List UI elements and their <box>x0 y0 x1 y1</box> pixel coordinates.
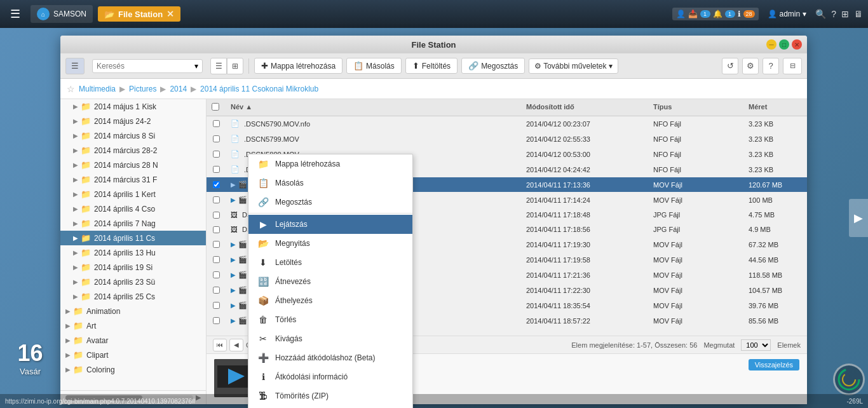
nav-prev-button[interactable]: ◀ <box>229 339 243 351</box>
header-modified[interactable]: Módosított idő <box>521 102 648 113</box>
row-checkbox-0[interactable] <box>207 119 226 128</box>
file-icon-1: 📄 <box>231 135 240 143</box>
header-size[interactable]: Méret <box>743 102 807 113</box>
context-menu-item-6[interactable]: 🔡Átnevezés <box>248 272 412 291</box>
hamburger-menu-button[interactable]: ☰ <box>5 4 25 24</box>
minimize-button[interactable]: ─ <box>766 39 776 50</box>
settings-button[interactable]: ⚙ <box>742 58 759 74</box>
more-actions-button[interactable]: ⚙ További műveletek ▾ <box>529 58 618 74</box>
sidebar-item-9[interactable]: ▶📁2014 április 11 Cs <box>60 231 206 245</box>
grid-view-button[interactable]: ⊞ <box>227 58 243 74</box>
context-menu-item-9[interactable]: ✂Kivágás <box>248 329 412 348</box>
context-menu-item-0[interactable]: 📁Mappa létrehozása <box>248 154 412 173</box>
sidebar-item-13[interactable]: ▶📁2014 április 25 Cs <box>60 289 206 304</box>
upload-icon: ⬆ <box>412 61 419 71</box>
sidebar-item-16[interactable]: ▶📁Avatar <box>60 333 206 348</box>
sidebar-item-1[interactable]: ▶📁2014 május 24-2 <box>60 114 206 128</box>
context-menu-item-2[interactable]: 🔗Megosztás <box>248 193 412 212</box>
file-row-1[interactable]: 📄.DSCN5799.MOV 2014/04/12 02:55:33 NFO F… <box>207 132 807 147</box>
toolbar-separator-1 <box>248 58 249 74</box>
sidebar-item-4[interactable]: ▶📁2014 március 28 N <box>60 158 206 172</box>
create-folder-button[interactable]: ✚ Mappa létrehozása <box>254 58 342 74</box>
search-input[interactable] <box>97 62 192 71</box>
sidebar-item-11[interactable]: ▶📁2014 április 19 Si <box>60 260 206 275</box>
row-checkbox-13[interactable] <box>207 316 226 325</box>
help-button[interactable]: ? <box>763 58 779 74</box>
taskbar-logo[interactable]: ⌂ SAMSON <box>31 5 93 23</box>
share-button[interactable]: 🔗 Megosztás <box>461 58 525 74</box>
sidebar-item-3[interactable]: ▶📁2014 március 28-2 <box>60 143 206 158</box>
file-station-close-icon[interactable]: ✕ <box>166 9 174 19</box>
header-name[interactable]: Név ▲ <box>226 102 521 113</box>
row-checkbox-1[interactable] <box>207 134 226 144</box>
sidebar-scroll-area: ▶📁2014 május 1 Kisk▶📁2014 május 24-2▶📁20… <box>60 99 206 390</box>
context-menu-item-7[interactable]: 📦Áthelyezés <box>248 291 412 310</box>
sidebar-item-10[interactable]: ▶📁2014 április 13 Hu <box>60 245 206 260</box>
list-view-button[interactable]: ☰ <box>210 58 227 74</box>
file-station-tab[interactable]: 📂 File Station ✕ <box>98 6 180 22</box>
sidebar-collapse-button[interactable]: ⊟ <box>783 58 802 74</box>
desktop-right-arrow[interactable]: ▶ <box>849 199 868 237</box>
file-row-0[interactable]: 📄.DSCN5790.MOV.nfo 2014/04/12 00:23:07 N… <box>207 116 807 132</box>
feedback-button[interactable]: Visszajelzés <box>749 359 799 371</box>
breadcrumb-pictures[interactable]: Pictures <box>129 85 156 93</box>
taskbar-display-icon[interactable]: 🖥 <box>854 9 863 19</box>
sidebar-item-6[interactable]: ▶📁2014 április 1 Kert <box>60 187 206 201</box>
sidebar-item-17[interactable]: ▶📁Clipart <box>60 348 206 362</box>
refresh-button[interactable]: ↺ <box>722 58 738 74</box>
row-checkbox-9[interactable] <box>207 255 226 264</box>
taskbar-grid-icon[interactable]: ⊞ <box>841 9 849 19</box>
row-checkbox-5[interactable] <box>207 195 226 205</box>
context-menu-item-10[interactable]: ➕Hozzáád átkódoláshoz (Beta) <box>248 348 412 367</box>
sidebar-item-8[interactable]: ▶📁2014 április 7 Nag <box>60 216 206 231</box>
breadcrumb-star-icon[interactable]: ☆ <box>67 84 75 94</box>
context-menu-item-8[interactable]: 🗑Törlés <box>248 310 412 329</box>
copy-button[interactable]: 📋 Másolás <box>346 58 402 74</box>
sidebar-item-0[interactable]: ▶📁2014 május 1 Kisk <box>60 99 206 114</box>
panel-toggle-button[interactable]: ☰ <box>65 58 85 74</box>
nav-first-button[interactable]: ⏮ <box>213 339 227 351</box>
context-menu-item-11[interactable]: ℹÁtkódolási információ <box>248 367 412 386</box>
context-menu-item-3[interactable]: ▶Lejátszás <box>248 215 412 234</box>
row-checkbox-2[interactable] <box>207 149 226 159</box>
context-menu-item-1[interactable]: 📋Másolás <box>248 173 412 193</box>
sidebar-item-2[interactable]: ▶📁2014 március 8 Si <box>60 128 206 143</box>
sidebar-item-7[interactable]: ▶📁2014 április 4 Cso <box>60 201 206 216</box>
main-content: ▶📁2014 május 1 Kisk▶📁2014 május 24-2▶📁20… <box>60 99 807 404</box>
row-checkbox-3[interactable] <box>207 165 226 174</box>
search-dropdown-icon[interactable]: ▾ <box>194 62 198 71</box>
row-checkbox-11[interactable] <box>207 285 226 295</box>
search-box[interactable]: ▾ <box>92 59 203 73</box>
header-type[interactable]: Típus <box>648 102 743 113</box>
row-checkbox-7[interactable] <box>207 225 226 235</box>
taskbar-search-icon[interactable]: 🔍 <box>815 9 826 19</box>
context-menu-item-4[interactable]: 📂Megnyitás <box>248 234 412 253</box>
breadcrumb-current[interactable]: 2014 április 11 Csokonai Mikroklub <box>200 85 318 93</box>
breadcrumb-2014[interactable]: 2014 <box>170 85 187 93</box>
row-checkbox-6[interactable] <box>207 210 226 220</box>
maximize-button[interactable]: □ <box>779 39 789 50</box>
desktop: File Station ─ □ ✕ ☰ ▾ ☰ ⊞ <box>0 28 868 408</box>
context-menu-item-5[interactable]: ⬇Letöltés <box>248 253 412 272</box>
sidebar-item-18[interactable]: ▶📁Coloring <box>60 362 206 377</box>
close-button[interactable]: ✕ <box>792 39 802 50</box>
row-checkbox-12[interactable] <box>207 301 226 310</box>
row-checkbox-8[interactable] <box>207 240 226 249</box>
breadcrumb-multimedia[interactable]: Multimedia <box>79 85 116 93</box>
sidebar-item-15[interactable]: ▶📁Art <box>60 318 206 333</box>
folder-icon-0: 📁 <box>81 102 91 111</box>
sidebar-item-5[interactable]: ▶📁2014 március 31 F <box>60 172 206 187</box>
context-menu-item-13[interactable]: 🔧Tulajdonságok <box>248 405 412 408</box>
row-checkbox-4[interactable] <box>207 180 226 189</box>
upload-button[interactable]: ⬆ Feltöltés <box>405 58 458 74</box>
context-menu-item-12[interactable]: 🗜Tömörítés (ZIP) <box>248 386 412 405</box>
notification-area[interactable]: 👤 📥 1 🔔 1 ℹ 28 <box>672 8 759 20</box>
sidebar-item-14[interactable]: ▶📁Animation <box>60 304 206 318</box>
taskbar-help-icon[interactable]: ? <box>831 9 836 19</box>
folder-icon-10: 📁 <box>81 248 91 257</box>
row-checkbox-10[interactable] <box>207 270 226 280</box>
user-menu[interactable]: 👤 admin ▾ <box>764 8 811 20</box>
header-checkbox[interactable] <box>207 102 226 113</box>
sidebar-item-12[interactable]: ▶📁2014 április 23 Sü <box>60 275 206 289</box>
show-count-select[interactable]: 100 50 25 <box>741 339 771 351</box>
